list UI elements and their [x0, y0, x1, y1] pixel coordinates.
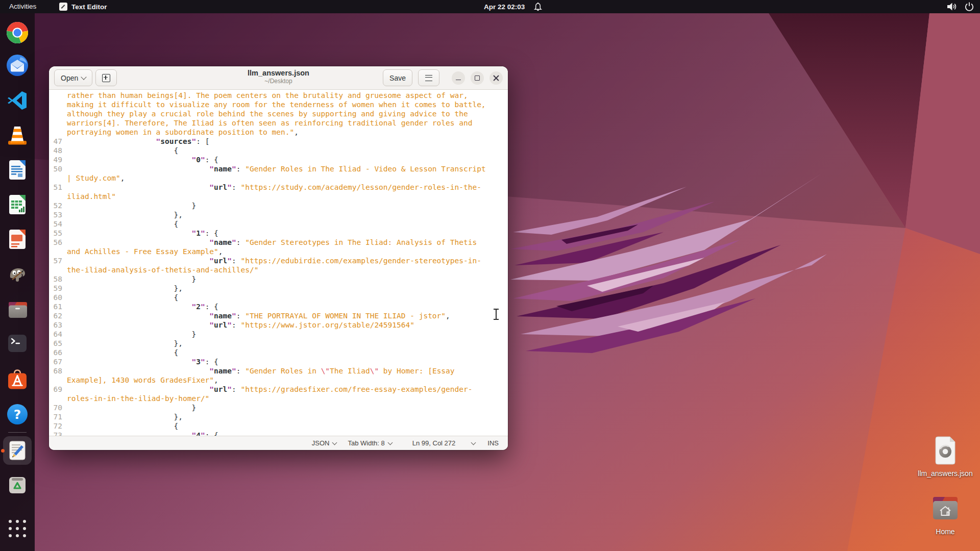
editor-row: 64 } [49, 330, 508, 339]
dock-item-gimp[interactable] [6, 262, 29, 286]
line-number [49, 192, 64, 201]
dock-item-text-editor[interactable] [3, 436, 32, 465]
bell-icon [532, 1, 544, 12]
save-button[interactable]: Save [383, 69, 412, 86]
line-number: 50 [49, 164, 64, 173]
code-line: warriors[4]. Therefore, The Iliad is oft… [64, 118, 472, 128]
close-button[interactable] [489, 71, 503, 85]
dock-item-terminal[interactable] [6, 332, 29, 355]
thunderbird-icon [6, 54, 29, 77]
new-tab-button[interactable] [95, 69, 117, 86]
tab-width-dropdown[interactable]: Tab Width: 8 [348, 439, 391, 447]
system-tray [946, 0, 975, 13]
line-number [49, 118, 64, 128]
maximize-button[interactable] [471, 71, 484, 85]
code-line: "4": { [64, 431, 218, 436]
window-title-area: llm_answers.json ~/Desktop [248, 69, 309, 85]
line-number [49, 375, 64, 385]
close-icon [493, 75, 499, 81]
clock-label: Apr 22 02:03 [484, 3, 525, 11]
code-line: { [64, 293, 178, 302]
volume-icon[interactable] [946, 1, 957, 12]
impress-icon [6, 228, 29, 251]
line-number: 55 [49, 229, 64, 238]
dock-item-libreoffice-calc[interactable] [6, 193, 29, 216]
dock-item-help[interactable]: ? [6, 403, 29, 426]
code-line: "url": "https://gradesfixer.com/free-ess… [64, 385, 472, 394]
line-number: 63 [49, 320, 64, 330]
activities-button[interactable]: Activities [0, 0, 45, 13]
code-line: and Achilles - Free Essay Example", [64, 247, 223, 256]
code-line: "1": { [64, 229, 218, 238]
code-line: "url": "https://edubirdie.com/examples/g… [64, 256, 481, 265]
code-line: roles-in-in-the-iliad-by-homer/" [64, 394, 209, 403]
editor-row: 56 "name": "Gender Stereotypes in The Il… [49, 238, 508, 247]
code-line: "sources": [ [64, 137, 209, 146]
line-number: 47 [49, 137, 64, 146]
line-number: 68 [49, 366, 64, 375]
dock-item-chrome[interactable] [6, 21, 29, 44]
editor-row: making it difficult to visualize any roo… [49, 100, 508, 109]
editor-row: 61 "2": { [49, 302, 508, 311]
editor-row: roles-in-in-the-iliad-by-homer/" [49, 394, 508, 403]
dock-item-vlc[interactable] [6, 123, 29, 147]
editor-row: 58 } [49, 274, 508, 284]
line-number: 60 [49, 293, 64, 302]
clock-button[interactable]: Apr 22 02:03 [484, 0, 544, 13]
files-icon [6, 297, 29, 320]
code-line: "url": "https://study.com/academy/lesson… [64, 183, 481, 192]
dock-item-trash[interactable] [6, 473, 29, 496]
app-grid-button[interactable] [7, 518, 28, 539]
maximize-icon [475, 76, 480, 81]
code-line: { [64, 219, 178, 229]
app-menu-label: Text Editor [71, 3, 107, 11]
code-line: } [64, 201, 196, 210]
minimize-icon [456, 80, 461, 81]
app-menu[interactable]: Text Editor [59, 0, 107, 13]
editor-row: 57 "url": "https://edubirdie.com/example… [49, 256, 508, 265]
desktop-icon-llm-answers[interactable]: llm_answers.json [910, 436, 980, 478]
line-number: 69 [49, 385, 64, 394]
line-number: 73 [49, 431, 64, 436]
dock-item-libreoffice-writer[interactable] [6, 158, 29, 182]
line-number: 49 [49, 155, 64, 164]
dock-item-ubuntu-software[interactable] [6, 368, 29, 392]
line-number: 52 [49, 201, 64, 210]
open-button[interactable]: Open [54, 69, 92, 86]
code-line: "url": "https://www.jstor.org/stable/245… [64, 320, 414, 330]
code-line: }, [64, 284, 183, 293]
chrome-icon [6, 21, 29, 44]
menu-button[interactable] [418, 69, 439, 86]
calc-icon [6, 193, 29, 216]
dock-item-files[interactable] [6, 297, 29, 320]
running-indicator-dot [1, 449, 5, 453]
code-line: "3": { [64, 357, 218, 366]
code-line: iliad.html" [64, 192, 116, 201]
dock-item-libreoffice-impress[interactable] [6, 228, 29, 251]
code-line: | Study.com", [64, 173, 125, 183]
line-number: 61 [49, 302, 64, 311]
line-number: 62 [49, 311, 64, 320]
code-line: rather than human beings[4]. The poem ce… [64, 91, 468, 100]
goto-line-chevron-icon[interactable] [471, 440, 476, 445]
editor-row: 51 "url": "https://study.com/academy/les… [49, 183, 508, 192]
line-number [49, 128, 64, 137]
dock-item-vscode[interactable] [6, 89, 29, 112]
line-number: 48 [49, 146, 64, 155]
dock-item-thunderbird[interactable] [6, 54, 29, 77]
minimize-button[interactable] [452, 71, 465, 85]
editor-row: | Study.com", [49, 173, 508, 183]
line-number: 64 [49, 330, 64, 339]
new-document-icon [102, 74, 110, 82]
desktop-icon-home[interactable]: Home [910, 495, 980, 536]
top-bar: Activities Text Editor Apr 22 02:03 [0, 0, 980, 13]
vscode-icon [6, 89, 29, 112]
editor-text-area[interactable]: rather than human beings[4]. The poem ce… [49, 90, 508, 436]
editor-row: 73 "4": { [49, 431, 508, 436]
language-dropdown[interactable]: JSON [312, 439, 337, 447]
code-line: }, [64, 210, 183, 219]
desktop-icon-label: Home [910, 528, 980, 536]
code-line: making it difficult to visualize any roo… [64, 100, 486, 109]
power-icon[interactable] [964, 1, 975, 12]
editor-row: 53 }, [49, 210, 508, 219]
